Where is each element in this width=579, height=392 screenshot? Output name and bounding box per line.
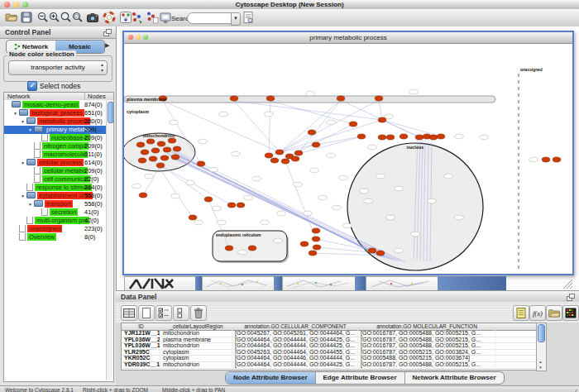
- table-scrollbar-thumb[interactable]: [538, 324, 545, 342]
- tree-scrollbar-thumb[interactable]: [108, 102, 114, 123]
- expand-arrow-icon[interactable]: ▼: [21, 117, 26, 126]
- expand-arrow-icon[interactable]: ▼: [28, 200, 34, 208]
- unselect-attributes-icon[interactable]: [173, 305, 189, 321]
- unhighlighted-node[interactable]: [455, 215, 464, 220]
- unhighlighted-node[interactable]: [294, 182, 303, 187]
- new-attribute-icon[interactable]: [138, 305, 155, 321]
- network-node[interactable]: [415, 135, 423, 140]
- table-row[interactable]: YDR039C__1mitochondrion[GO:0044464, GO:0…: [122, 361, 537, 369]
- tree-row[interactable]: ▼biological_process651(0): [4, 109, 107, 117]
- background-window-border[interactable]: [195, 276, 202, 290]
- network-node[interactable]: [138, 158, 146, 163]
- network-node[interactable]: [312, 237, 320, 241]
- network-node[interactable]: [275, 150, 284, 155]
- network-node[interactable]: [553, 157, 561, 162]
- unhighlighted-node[interactable]: [395, 186, 404, 191]
- unhighlighted-node[interactable]: [364, 198, 373, 203]
- tree-row[interactable]: ▼primary metabo209(...: [4, 126, 107, 134]
- search-dropdown-arrow-icon[interactable]: ▼: [231, 12, 241, 26]
- table-cell[interactable]: [GO:0016787, GO:0005215, GO:0003824, G..…: [358, 349, 495, 356]
- save-session-icon[interactable]: [20, 11, 33, 24]
- table-cell[interactable]: YPL036W__2: [122, 337, 160, 343]
- network-node[interactable]: [308, 130, 316, 135]
- unhighlighted-node[interactable]: [455, 134, 464, 139]
- unhighlighted-node[interactable]: [360, 189, 369, 194]
- table-cell[interactable]: YLR295C: [122, 349, 160, 356]
- table-cell[interactable]: [GO:0016787, GO:0005488, GO:0005215, G..…: [358, 361, 495, 368]
- table-cell[interactable]: YKR052C: [122, 355, 160, 361]
- unhighlighted-node[interactable]: [376, 174, 385, 179]
- window-resize-grip[interactable]: [557, 276, 573, 289]
- zoom-window-icon[interactable]: [22, 2, 28, 7]
- table-cell[interactable]: cytoplasm: [160, 349, 232, 356]
- tab-network-attribute-browser[interactable]: Network Attribute Browser: [405, 372, 504, 384]
- unhighlighted-node[interactable]: [310, 168, 319, 173]
- network-node[interactable]: [312, 228, 320, 233]
- network-node[interactable]: [376, 251, 385, 256]
- table-cell[interactable]: plasma membrane: [160, 337, 232, 343]
- unhighlighted-node[interactable]: [480, 135, 489, 140]
- table-cell[interactable]: [GO:0044464, GO:0044444, GO:0044425, G..…: [232, 342, 358, 349]
- background-window-border[interactable]: [274, 276, 282, 290]
- tree-row[interactable]: macromolecule311(0): [4, 151, 107, 159]
- select-nodes-checkbox[interactable]: ✓: [27, 81, 37, 91]
- network-node[interactable]: [265, 153, 273, 158]
- table-cell[interactable]: [GO:0016787, GO:0005488, GO:0005215, G..…: [358, 337, 495, 343]
- expand-arrow-icon[interactable]: ▼: [21, 192, 26, 200]
- network-node[interactable]: [313, 245, 321, 250]
- minimize-window-icon[interactable]: [13, 2, 19, 7]
- scroll-down-arrow-icon[interactable]: ▼: [537, 366, 544, 370]
- network-node[interactable]: [542, 157, 550, 162]
- network-node[interactable]: [309, 251, 317, 256]
- tree-scrollbar[interactable]: [106, 101, 112, 380]
- unhighlighted-node[interactable]: [199, 139, 208, 144]
- unhighlighted-node[interactable]: [409, 89, 419, 94]
- tree-row[interactable]: Overview8(0): [4, 233, 107, 241]
- unhighlighted-node[interactable]: [238, 250, 247, 255]
- network-node[interactable]: [204, 197, 213, 202]
- table-cell[interactable]: mitochondrion: [160, 330, 232, 337]
- tree-row[interactable]: mosaic-demo-yeast874(0): [4, 101, 107, 109]
- tab-edge-attribute-browser[interactable]: Edge Attribute Browser: [316, 372, 405, 384]
- float-panel-icon[interactable]: [567, 294, 574, 300]
- table-cell[interactable]: [GO:0044464, GO:0044446, GO:0044444, G..…: [232, 355, 358, 361]
- network-node[interactable]: [163, 147, 171, 152]
- network-node[interactable]: [300, 241, 309, 246]
- unhighlighted-node[interactable]: [171, 194, 180, 198]
- network-node[interactable]: [173, 146, 181, 151]
- configure-search-icon[interactable]: [242, 11, 255, 24]
- scroll-up-arrow-icon[interactable]: ▲: [537, 360, 544, 365]
- unhighlighted-node[interactable]: [209, 167, 218, 172]
- network-node[interactable]: [312, 142, 320, 147]
- unhighlighted-node[interactable]: [261, 220, 270, 225]
- table-cell[interactable]: mitochondrion: [160, 361, 232, 368]
- tree-row[interactable]: cell communicat22(0): [4, 175, 107, 184]
- tree-row[interactable]: unassigned223(0): [4, 225, 107, 233]
- select-attributes-icon[interactable]: [156, 305, 172, 321]
- expand-arrow-icon[interactable]: ▼: [13, 109, 19, 117]
- unhighlighted-node[interactable]: [306, 91, 315, 96]
- unhighlighted-node[interactable]: [265, 112, 274, 117]
- zoom-fit-icon[interactable]: [71, 11, 84, 24]
- unhighlighted-node[interactable]: [252, 176, 261, 181]
- unhighlighted-node[interactable]: [170, 120, 179, 125]
- close-view-icon[interactable]: [128, 35, 133, 40]
- network-node[interactable]: [227, 203, 236, 208]
- background-window-thumbnail[interactable]: [202, 276, 275, 291]
- network-node[interactable]: [349, 122, 357, 127]
- unhighlighted-node[interactable]: [327, 120, 336, 125]
- create-network-icon[interactable]: [131, 11, 144, 24]
- delete-attribute-icon[interactable]: [190, 305, 207, 321]
- snapshot-icon[interactable]: [86, 11, 99, 24]
- tree-row[interactable]: secretion41(0): [4, 208, 107, 217]
- network-node[interactable]: [156, 163, 165, 168]
- network-node[interactable]: [139, 193, 147, 198]
- help-icon[interactable]: [103, 11, 116, 24]
- desktop-icon[interactable]: [159, 11, 172, 24]
- unhighlighted-node[interactable]: [395, 248, 404, 253]
- open-session-icon[interactable]: [5, 11, 18, 24]
- network-node[interactable]: [437, 134, 445, 139]
- tree-row[interactable]: cellular metabo209(0): [4, 167, 107, 175]
- network-node[interactable]: [149, 156, 157, 161]
- unhighlighted-node[interactable]: [327, 153, 336, 158]
